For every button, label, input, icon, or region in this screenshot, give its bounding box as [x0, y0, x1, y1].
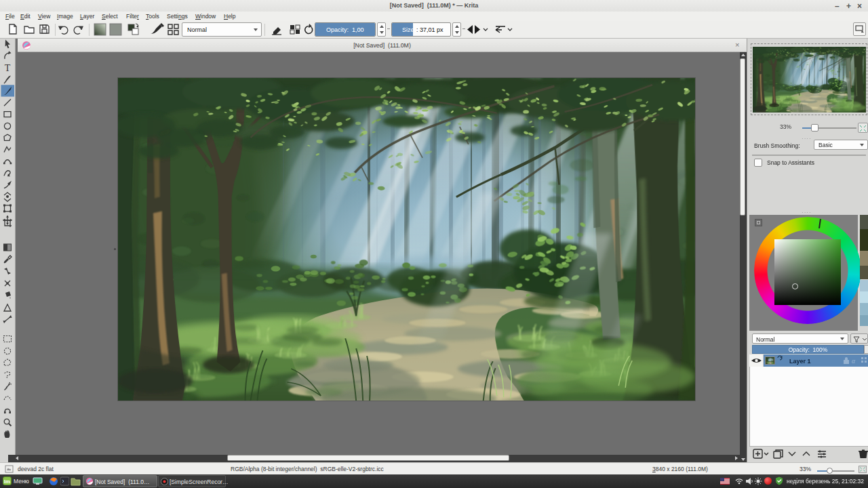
svg-text:α: α: [852, 357, 856, 365]
svg-text:T: T: [5, 63, 11, 73]
